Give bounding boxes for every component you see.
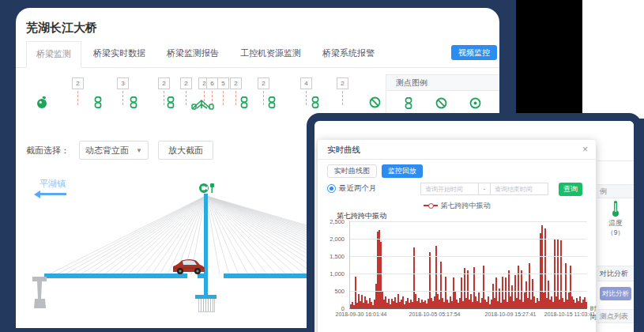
- video-monitor-button[interactable]: 视频监控: [451, 45, 497, 60]
- sensor-count-badge: 2: [158, 77, 170, 89]
- sensor-strip: 2 3 2 2 2 6 5 2 2: [16, 73, 395, 117]
- chart-bars: [350, 221, 587, 308]
- no-entry-icon[interactable]: [369, 96, 381, 111]
- bridge-piles: [198, 299, 215, 312]
- start-time-input[interactable]: [420, 183, 479, 195]
- radio-label: 最近两个月: [339, 183, 377, 194]
- bridge-deck: [44, 274, 187, 278]
- chain-link-icon[interactable]: [129, 96, 138, 111]
- chain-link-icon[interactable]: [93, 96, 103, 111]
- legend-marker-icon: [424, 205, 438, 206]
- dashed-line: [164, 91, 164, 105]
- stopwatch-icon[interactable]: [36, 96, 48, 112]
- chain-link-icon[interactable]: [166, 96, 175, 111]
- sensor-count-badge: 2: [180, 77, 192, 89]
- background-window-edge: [582, 0, 644, 119]
- sensor-count-badge: 3: [117, 77, 129, 89]
- tab-bridge-system-alarm[interactable]: 桥梁系统报警: [322, 47, 375, 67]
- modal-right-sidebar: 例 温度 （9） 对比分析 对比分析 测点列表: [597, 121, 634, 332]
- dashed-line: [306, 91, 307, 105]
- realtime-curve-modal-window: 例 温度 （9） 对比分析 对比分析 测点列表 实时曲线 × 实时曲线图 监: [307, 113, 642, 332]
- tab-realtime-curve[interactable]: 实时曲线图: [327, 164, 377, 178]
- screen: 芜湖长江大桥 桥梁监测 桥梁实时数据 桥梁监测报告 工控机资源监测 桥梁系统报警…: [0, 0, 644, 332]
- compare-button[interactable]: 对比分析: [600, 287, 631, 300]
- sidebar-fragment-legend: 例: [597, 184, 634, 198]
- vibration-chart: 第七跨跨中振动 2,5002,0001,5001,0005000 2018-09…: [318, 210, 596, 332]
- dashed-line: [235, 91, 236, 105]
- radio-dot-icon: [327, 184, 336, 193]
- dashed-line: [223, 91, 224, 105]
- chain-link-icon[interactable]: [267, 96, 277, 111]
- section-select-value: 动态背立面: [85, 145, 129, 157]
- tab-bar: 桥梁监测 桥梁实时数据 桥梁监测报告 工控机资源监测 桥梁系统报警: [16, 43, 499, 68]
- target-circle-icon[interactable]: [469, 97, 481, 112]
- range-separator: -: [479, 183, 490, 195]
- tab-bridge-realtime-data[interactable]: 桥梁实时数据: [93, 47, 145, 67]
- realtime-curve-dialog: 实时曲线 × 实时曲线图 监控回放 最近两个月 -: [318, 140, 596, 332]
- bridge-tower: [204, 194, 208, 296]
- sensor-count-badge: 2: [230, 77, 242, 89]
- dialog-title: 实时曲线: [327, 145, 360, 154]
- dashed-line: [263, 91, 264, 105]
- legend-panel-title: 测点图例: [386, 75, 499, 91]
- sensor-count-badge: 2: [337, 77, 348, 89]
- compare-section-title: 对比分析: [597, 266, 634, 281]
- tab-monitor-playback[interactable]: 监控回放: [382, 164, 423, 178]
- temperature-count: （9）: [597, 228, 634, 238]
- sensor-count-badge: 6: [206, 77, 218, 89]
- no-entry-icon[interactable]: [435, 97, 447, 112]
- close-icon[interactable]: ×: [582, 140, 588, 159]
- x-axis-title: 时间: [590, 304, 597, 322]
- tab-bridge-monitoring-report[interactable]: 桥梁监测报告: [167, 47, 219, 67]
- section-select-label: 截面选择：: [26, 145, 70, 157]
- chain-link-icon[interactable]: [311, 96, 320, 111]
- thermometer-icon[interactable]: [611, 211, 620, 219]
- zoom-section-button[interactable]: 放大截面: [158, 141, 213, 160]
- camera-icon[interactable]: [198, 183, 216, 197]
- dashed-line: [122, 91, 123, 105]
- list-section-title: 测点列表: [597, 309, 634, 323]
- temperature-label: 温度: [597, 219, 634, 228]
- sensor-count-badge: 2: [72, 77, 84, 89]
- chart-legend[interactable]: 第七跨跨中振动: [318, 201, 596, 210]
- dashed-line: [186, 91, 186, 105]
- tab-ipc-resource-monitoring[interactable]: 工控机资源监测: [240, 47, 301, 67]
- query-button[interactable]: 查询: [559, 183, 582, 196]
- legend-label: 第七跨跨中振动: [441, 201, 491, 211]
- tab-bridge-monitoring[interactable]: 桥梁监测: [26, 41, 81, 68]
- black-overlay-rect: [516, 0, 582, 113]
- section-select-dropdown[interactable]: 动态背立面 ▼: [79, 141, 149, 160]
- page-title: 芜湖长江大桥: [26, 21, 97, 36]
- chain-link-icon[interactable]: [404, 97, 413, 112]
- radio-last-two-months[interactable]: 最近两个月: [327, 183, 377, 194]
- end-time-input[interactable]: [490, 183, 548, 195]
- sensor-count-badge: 5: [217, 77, 229, 89]
- section-selector-row: 截面选择： 动态背立面 ▼ 放大截面: [26, 141, 213, 160]
- sensor-count-badge: 2: [258, 77, 269, 89]
- truss-icon[interactable]: [191, 98, 215, 113]
- chevron-down-icon: ▼: [136, 147, 142, 154]
- dashed-line: [77, 91, 78, 105]
- bridge-abutment: [32, 275, 47, 313]
- chart-plot: [349, 221, 587, 309]
- sensor-count-badge: 4: [300, 77, 312, 89]
- chain-link-icon[interactable]: [239, 96, 249, 111]
- car-image: [171, 257, 207, 278]
- dashed-line: [342, 91, 343, 105]
